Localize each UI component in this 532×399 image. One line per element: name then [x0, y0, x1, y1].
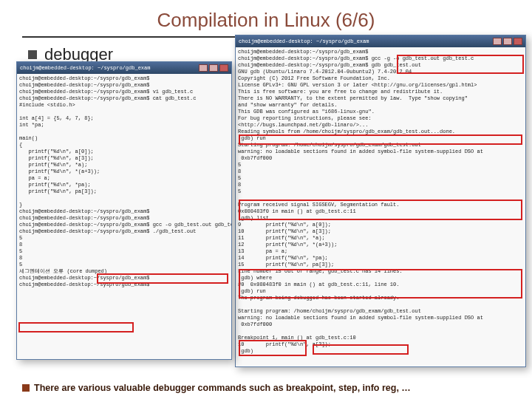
terminal-left: choijm@embedded-desktop: ~/syspro/gdb_ex…	[16, 61, 232, 360]
minimize-icon[interactable]	[199, 64, 208, 72]
titlebar-buttons	[493, 38, 522, 45]
titlebar-buttons	[199, 64, 228, 72]
terminal-right-title: choijm@embedded-desktop: ~/syspro/gdb_ex…	[239, 38, 369, 45]
screenshot-area: choijm@embedded-desktop: ~/syspro/gdb_ex…	[22, 69, 510, 363]
terminal-left-body: choijm@embedded-desktop:~/syspro/gdb_exa…	[17, 74, 231, 359]
terminal-left-titlebar: choijm@embedded-desktop: ~/syspro/gdb_ex…	[17, 62, 231, 74]
maximize-icon[interactable]	[503, 38, 512, 45]
maximize-icon[interactable]	[209, 64, 218, 72]
terminal-right-body: choijm@embedded-desktop:~/syspro/gdb_exa…	[236, 47, 525, 366]
close-icon[interactable]	[514, 38, 522, 45]
bullet-square-icon	[28, 50, 37, 59]
minimize-icon[interactable]	[493, 38, 502, 45]
terminal-left-title: choijm@embedded-desktop: ~/syspro/gdb_ex…	[20, 65, 150, 72]
close-icon[interactable]	[219, 64, 228, 72]
footer-text: There are various valuable debugger comm…	[34, 383, 411, 393]
slide-title: Compilation in Linux (6/6)	[22, 9, 510, 32]
terminal-right-titlebar: choijm@embedded-desktop: ~/syspro/gdb_ex…	[236, 35, 525, 47]
slide: Compilation in Linux (6/6) debugger choi…	[0, 0, 532, 399]
footer-bullet-icon	[22, 384, 30, 392]
footer: There are various valuable debugger comm…	[22, 383, 525, 393]
terminal-right: choijm@embedded-desktop: ~/syspro/gdb_ex…	[235, 35, 526, 367]
